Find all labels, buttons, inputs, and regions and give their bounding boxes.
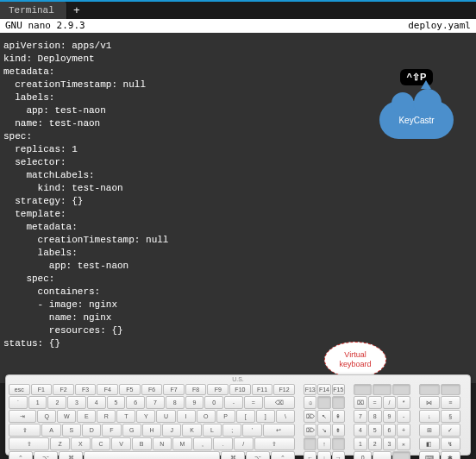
key-'[interactable]: ' [242, 424, 261, 437]
key-8[interactable]: 8 [368, 410, 382, 423]
key-space[interactable] [84, 451, 220, 459]
new-tab-button[interactable]: + [67, 2, 86, 19]
key--[interactable]: - [397, 410, 410, 423]
key-B[interactable]: B [132, 437, 152, 450]
key-F7[interactable]: F7 [163, 384, 185, 395]
key-blank[interactable] [419, 384, 440, 395]
key-M[interactable]: M [172, 437, 192, 450]
key-.[interactable]: . [373, 451, 391, 459]
key-T[interactable]: T [116, 410, 135, 423]
key-P[interactable]: P [216, 410, 235, 423]
key-2[interactable]: 2 [368, 437, 382, 450]
key-blank[interactable] [332, 396, 345, 409]
key-↓[interactable]: ↓ [419, 410, 440, 423]
key-F9[interactable]: F9 [207, 384, 229, 395]
key-/[interactable]: / [383, 396, 397, 409]
key-C[interactable]: C [91, 437, 111, 450]
key-⋈[interactable]: ⋈ [419, 396, 440, 409]
key-⊞[interactable]: ⊞ [419, 424, 440, 437]
key-F2[interactable]: F2 [53, 384, 74, 395]
key-J[interactable]: J [162, 424, 181, 437]
key-⌘[interactable]: ⌘ [59, 451, 83, 459]
key-§[interactable]: § [441, 410, 461, 423]
key-3[interactable]: 3 [383, 437, 397, 450]
key-9[interactable]: 9 [383, 410, 397, 423]
key-F[interactable]: F [102, 424, 121, 437]
key-⌥[interactable]: ⌥ [246, 451, 270, 459]
key-F3[interactable]: F3 [75, 384, 97, 395]
key-F6[interactable]: F6 [141, 384, 163, 395]
key-O[interactable]: O [197, 410, 216, 423]
key-0[interactable]: 0 [354, 451, 372, 459]
key-F14[interactable]: F14 [317, 384, 330, 395]
key-=[interactable]: = [368, 396, 382, 409]
key--[interactable]: - [224, 396, 243, 409]
key-⌦[interactable]: ⌦ [304, 424, 316, 437]
key-0[interactable]: 0 [204, 396, 223, 409]
key-↑[interactable]: ↑ [317, 437, 330, 450]
key-⌨[interactable]: ⌨ [419, 451, 440, 459]
key-⌅[interactable]: ⌅ [397, 437, 410, 450]
key-blank[interactable] [392, 451, 410, 459]
key-F10[interactable]: F10 [229, 384, 251, 395]
key-⌽[interactable]: ⌽ [304, 396, 316, 409]
key-⇧[interactable]: ⇧ [254, 437, 295, 450]
key-↓[interactable]: ↓ [317, 451, 330, 459]
key-blank[interactable] [441, 384, 461, 395]
key-→[interactable]: → [332, 451, 345, 459]
key-F4[interactable]: F4 [97, 384, 118, 395]
key-U[interactable]: U [156, 410, 175, 423]
key-blank[interactable] [304, 437, 316, 450]
virtual-keyboard[interactable]: U.S. escF1F2F3F4F5F6F7F8F9F10F11F12 `123… [5, 374, 471, 456]
key-F8[interactable]: F8 [185, 384, 207, 395]
key-F1[interactable]: F1 [31, 384, 53, 395]
key-*[interactable]: * [397, 396, 410, 409]
key-✱[interactable]: ✱ [441, 451, 461, 459]
key-✓[interactable]: ✓ [441, 424, 461, 437]
key-F5[interactable]: F5 [119, 384, 141, 395]
key-⌘[interactable]: ⌘ [221, 451, 245, 459]
key-/[interactable]: / [234, 437, 254, 450]
key-5[interactable]: 5 [107, 396, 126, 409]
key-7[interactable]: 7 [146, 396, 165, 409]
key-blank[interactable] [332, 437, 345, 450]
key-8[interactable]: 8 [166, 396, 185, 409]
key-,[interactable]: , [193, 437, 213, 450]
key-X[interactable]: X [71, 437, 91, 450]
key-;[interactable]: ; [222, 424, 241, 437]
key-H[interactable]: H [142, 424, 161, 437]
key-Z[interactable]: Z [50, 437, 70, 450]
key-⇥[interactable]: ⇥ [9, 410, 36, 423]
key-I[interactable]: I [177, 410, 196, 423]
key-esc[interactable]: esc [9, 384, 30, 395]
key-⌃[interactable]: ⌃ [9, 451, 33, 459]
key-E[interactable]: E [77, 410, 96, 423]
key-F11[interactable]: F11 [252, 384, 273, 395]
key-4[interactable]: 4 [87, 396, 106, 409]
key-+[interactable]: + [397, 424, 410, 437]
key-⌥[interactable]: ⌥ [34, 451, 58, 459]
key-⇪[interactable]: ⇪ [9, 424, 41, 437]
key-5[interactable]: 5 [368, 424, 382, 437]
key-Q[interactable]: Q [37, 410, 56, 423]
key-][interactable]: ] [256, 410, 275, 423]
key-Y[interactable]: Y [136, 410, 155, 423]
key-W[interactable]: W [57, 410, 76, 423]
key-N[interactable]: N [153, 437, 172, 450]
key-⇧[interactable]: ⇧ [9, 437, 49, 450]
key-=[interactable]: = [244, 396, 263, 409]
key-K[interactable]: K [182, 424, 201, 437]
key-⌃[interactable]: ⌃ [271, 451, 295, 459]
key-←[interactable]: ← [304, 451, 316, 459]
key-L[interactable]: L [203, 424, 222, 437]
key-↘[interactable]: ↘ [317, 424, 330, 437]
key-blank[interactable] [317, 396, 330, 409]
key-6[interactable]: 6 [383, 424, 397, 437]
key-⌫[interactable]: ⌫ [264, 396, 296, 409]
key-3[interactable]: 3 [67, 396, 86, 409]
key-9[interactable]: 9 [185, 396, 204, 409]
key-[[interactable]: [ [236, 410, 255, 423]
key-V[interactable]: V [111, 437, 131, 450]
key-7[interactable]: 7 [354, 410, 367, 423]
key-↩[interactable]: ↩ [263, 424, 295, 437]
